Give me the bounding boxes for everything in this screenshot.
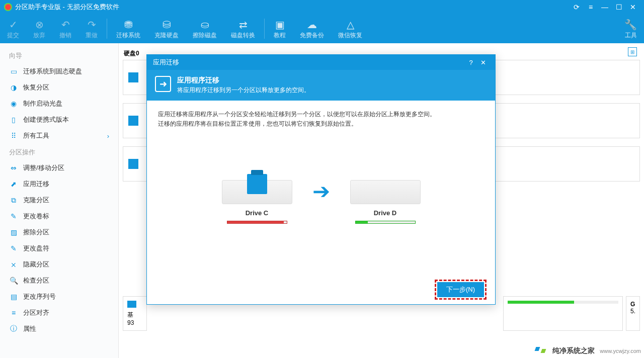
search-icon: 🔍 <box>9 276 18 285</box>
align-icon: ≡ <box>9 308 18 317</box>
sidebar-item-change-serial[interactable]: ▤更改序列号 <box>0 289 118 305</box>
drive-c-icon <box>222 159 292 204</box>
titlebar: 分区助手专业版 - 无损分区免费软件 ⟳ ≡ — ☐ ✕ <box>0 0 644 14</box>
recover-icon: ◑ <box>9 83 18 92</box>
recovery-icon: △ <box>347 18 354 31</box>
wechat-recovery-button[interactable]: △微信恢复 <box>331 14 369 43</box>
help-icon[interactable]: ? <box>465 59 477 66</box>
dialog-banner: ➜ 应用程序迁移 将应用程序迁移到另一个分区以释放更多的空间。 <box>147 70 495 101</box>
watermark: 纯净系统之家 www.ycwjzy.com <box>534 346 641 356</box>
sidebar-item-bootable-media[interactable]: ◉制作启动光盘 <box>0 96 118 112</box>
maximize-icon[interactable]: ☐ <box>612 0 626 14</box>
body-text-1: 应用迁移将应用程序从一个分区安全轻松地迁移到另一个分区，以便您可以在原始分区上释… <box>158 110 484 119</box>
watermark-logo-icon <box>534 346 549 356</box>
sidebar-item-change-label[interactable]: ✎更改卷标 <box>0 208 118 224</box>
sidebar-item-properties[interactable]: ⓘ属性 <box>0 321 118 337</box>
convert-icon: ⇄ <box>239 18 248 31</box>
toolbar: ✓提交 ⊗放弃 ↶撤销 ↷重做 ⛃迁移系统 ⛁克隆硬盘 ⛀擦除磁盘 ⇄磁盘转换 … <box>0 14 644 43</box>
redo-button[interactable]: ↷重做 <box>78 14 105 43</box>
watermark-name: 纯净系统之家 <box>552 346 595 355</box>
app-migrate-icon: ⬈ <box>9 180 18 189</box>
clone-part-icon: ⧉ <box>9 196 18 205</box>
usage-bar <box>508 301 618 304</box>
drive-icon <box>127 301 136 308</box>
backup-icon: ☁ <box>307 18 317 31</box>
grid-icon: ⠿ <box>9 131 18 140</box>
partition-card[interactable] <box>503 296 623 331</box>
hide-icon: ⨯ <box>9 260 18 269</box>
sidebar-item-app-migrate[interactable]: ⬈应用迁移 <box>0 176 118 192</box>
next-button[interactable]: 下一步(N) <box>437 282 484 297</box>
drive-illustration: Drive C ➔ Drive D <box>158 159 484 224</box>
partition-card[interactable]: G 5. <box>626 296 640 331</box>
minimize-icon[interactable]: — <box>598 0 612 14</box>
commit-button[interactable]: ✓提交 <box>0 14 26 43</box>
sidebar-item-resize[interactable]: ⇔调整/移动分区 <box>0 160 118 176</box>
drive-icon <box>128 72 138 82</box>
drive-icon <box>128 159 138 169</box>
refresh-icon[interactable]: ⟳ <box>570 0 584 14</box>
watermark-url: www.ycwjzy.com <box>600 348 641 354</box>
menu-icon[interactable]: ≡ <box>584 0 598 14</box>
dialog-close-icon[interactable]: ✕ <box>477 59 489 66</box>
sidebar-item-wipe-partition[interactable]: ▨擦除分区 <box>0 224 118 240</box>
drive-c-label: Drive C <box>246 208 269 219</box>
undo-icon: ↶ <box>61 18 70 31</box>
dialog-titlebar: 应用迁移 ? ✕ <box>147 55 495 70</box>
sidebar-item-clone-partition[interactable]: ⧉克隆分区 <box>0 192 118 208</box>
target-drive: Drive D <box>350 159 421 224</box>
partition-card[interactable]: 基 93 <box>123 296 147 331</box>
clone-disk-button[interactable]: ⛁克隆硬盘 <box>147 14 186 43</box>
migration-icon: ➜ <box>155 76 171 92</box>
resize-icon: ⇔ <box>9 163 18 172</box>
app-logo-icon <box>4 3 12 11</box>
layout-toggle-button[interactable]: ⊞ <box>628 47 637 56</box>
sidebar-item-change-letter[interactable]: ✎更改盘符 <box>0 240 118 256</box>
book-icon: ▣ <box>275 18 285 31</box>
sidebar-item-check-partition[interactable]: 🔍检查分区 <box>0 273 118 289</box>
eraser-icon: ▨ <box>9 228 18 237</box>
discard-button[interactable]: ⊗放弃 <box>26 14 52 43</box>
cancel-icon: ⊗ <box>35 18 44 31</box>
sidebar-item-portable[interactable]: ▯创建便携式版本 <box>0 112 118 128</box>
info-icon: ⓘ <box>9 324 18 333</box>
letter-icon: ✎ <box>9 244 18 253</box>
sidebar: 向导 ▭迁移系统到固态硬盘 ◑恢复分区 ◉制作启动光盘 ▯创建便携式版本 ⠿所有… <box>0 43 119 358</box>
app-migration-dialog: 应用迁移 ? ✕ ➜ 应用程序迁移 将应用程序迁移到另一个分区以释放更多的空间。… <box>146 54 496 305</box>
dialog-body: 应用迁移将应用程序从一个分区安全轻松地迁移到另一个分区，以便您可以在原始分区上释… <box>147 101 495 233</box>
ssd-icon: ▭ <box>9 67 18 76</box>
drive-d-label: Drive D <box>374 208 397 219</box>
serial-icon: ▤ <box>9 292 18 301</box>
close-icon[interactable]: ✕ <box>626 0 640 14</box>
check-icon: ✓ <box>9 18 18 31</box>
edit-icon: ✎ <box>9 212 18 221</box>
body-text-2: 迁移的应用程序将在目标位置正常使用，您也可以将它们恢复到原始位置。 <box>158 119 484 129</box>
usb-icon: ▯ <box>9 115 18 124</box>
undo-button[interactable]: ↶撤销 <box>52 14 78 43</box>
convert-disk-button[interactable]: ⇄磁盘转换 <box>224 14 262 43</box>
migrate-icon: ⛃ <box>124 18 133 31</box>
banner-title: 应用程序迁移 <box>177 76 310 85</box>
dialog-title: 应用迁移 <box>153 58 179 67</box>
chevron-right-icon: › <box>107 132 109 140</box>
free-backup-button[interactable]: ☁免费备份 <box>293 14 331 43</box>
wipe-icon: ⛀ <box>201 18 209 31</box>
ops-heading: 分区操作 <box>0 144 118 160</box>
banner-description: 将应用程序迁移到另一个分区以释放更多的空间。 <box>177 86 310 95</box>
sidebar-item-migrate-ssd[interactable]: ▭迁移系统到固态硬盘 <box>0 63 118 79</box>
drive-c-usage-bar <box>227 221 287 224</box>
clone-icon: ⛁ <box>163 18 171 31</box>
sidebar-item-recover-partition[interactable]: ◑恢复分区 <box>0 79 118 96</box>
tutorial-button[interactable]: ▣教程 <box>267 14 293 43</box>
arrow-right-icon: ➔ <box>312 174 330 208</box>
tools-button[interactable]: 🔧工具 <box>617 14 644 43</box>
drive-d-icon <box>350 159 421 204</box>
wizard-heading: 向导 <box>0 47 118 63</box>
wipe-disk-button[interactable]: ⛀擦除磁盘 <box>186 14 224 43</box>
sidebar-item-align[interactable]: ≡分区对齐 <box>0 305 118 321</box>
redo-icon: ↷ <box>88 18 96 31</box>
migrate-os-button[interactable]: ⛃迁移系统 <box>109 14 147 43</box>
sidebar-item-hide-partition[interactable]: ⨯隐藏分区 <box>0 256 118 273</box>
sidebar-item-all-tools[interactable]: ⠿所有工具› <box>0 128 118 144</box>
source-drive: Drive C <box>222 159 292 224</box>
